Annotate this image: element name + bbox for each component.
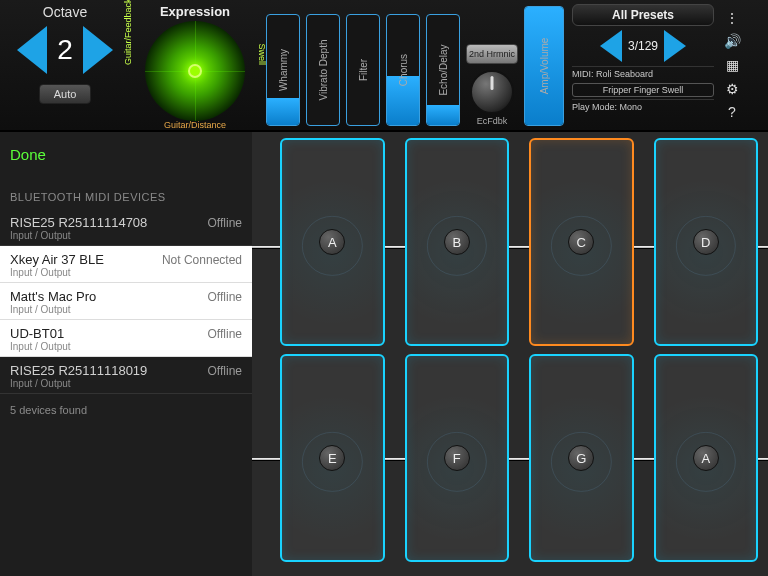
all-presets-button[interactable]: All Presets (572, 4, 714, 26)
play-surface: A B C D E F G A Done BLUETOOTH MIDI DEVI… (0, 132, 768, 576)
bt-device-row[interactable]: Matt's Mac Pro Input / Output Offline (0, 283, 252, 320)
pad-a[interactable]: A (280, 138, 385, 346)
slider-label: Whammy (278, 49, 289, 91)
pad-f[interactable]: F (405, 354, 510, 562)
note-label: A (693, 445, 719, 471)
bt-panel-header: BLUETOOTH MIDI DEVICES (0, 191, 252, 209)
bt-device-io: Input / Output (10, 378, 242, 389)
note-label: C (568, 229, 594, 255)
pad-d[interactable]: D (654, 138, 759, 346)
bt-device-status: Offline (208, 290, 242, 304)
sound-icon[interactable]: 🔊 (723, 32, 741, 50)
second-harmonic-button[interactable]: 2nd Hrmnic (466, 44, 518, 64)
slider-amp-volume[interactable]: Amp/Volume (524, 6, 564, 126)
bt-device-io: Input / Output (10, 341, 242, 352)
knob-label: EcFdbk (466, 116, 518, 126)
note-label: B (444, 229, 470, 255)
note-label: F (444, 445, 470, 471)
bt-device-status: Offline (208, 364, 242, 378)
knob-section: 2nd Hrmnic EcFdbk (466, 40, 518, 126)
slider-vibrato-depth[interactable]: Vibrato Depth (306, 14, 340, 126)
bt-device-io: Input / Output (10, 304, 242, 315)
slider-label: Vibrato Depth (318, 40, 329, 101)
octave-section: Octave 2 Auto (0, 0, 130, 130)
bt-device-row[interactable]: UD-BT01 Input / Output Offline (0, 320, 252, 357)
sliders-icon[interactable]: ⚙ (723, 80, 741, 98)
auto-button[interactable]: Auto (39, 84, 92, 104)
octave-up-arrow[interactable] (83, 26, 113, 74)
note-label: E (319, 445, 345, 471)
pad-g[interactable]: G (529, 354, 634, 562)
top-bar: Octave 2 Auto Expression Guitar/Feedback… (0, 0, 768, 132)
octave-title: Octave (6, 4, 124, 20)
bt-device-status: Not Connected (162, 253, 242, 267)
midi-device-label: MIDI: Roli Seaboard (572, 66, 714, 81)
expression-section: Expression Guitar/Feedback Swell Guitar/… (130, 0, 260, 130)
slider-whammy[interactable]: Whammy (266, 14, 300, 126)
device-icon[interactable]: ▦ (723, 56, 741, 74)
help-icon[interactable]: ? (723, 103, 741, 121)
pad-c[interactable]: C (529, 138, 634, 346)
bt-device-row[interactable]: RISE25 R25111114708 Input / Output Offli… (0, 209, 252, 246)
expression-axis-bottom: Guitar/Distance (130, 120, 260, 130)
slider-echo-delay[interactable]: Echo/Delay (426, 14, 460, 126)
slider-label: Chorus (398, 54, 409, 86)
echo-feedback-knob[interactable] (470, 70, 514, 114)
bt-panel-footer: 5 devices found (0, 394, 252, 426)
slider-label: Echo/Delay (438, 44, 449, 95)
octave-down-arrow[interactable] (17, 26, 47, 74)
bluetooth-midi-panel: Done BLUETOOTH MIDI DEVICES RISE25 R2511… (0, 132, 252, 576)
icon-strip: ⋮ 🔊 ▦ ⚙ ? (720, 0, 744, 130)
bt-device-io: Input / Output (10, 267, 242, 278)
slider-label: Filter (358, 59, 369, 81)
play-mode-label: Play Mode: Mono (572, 99, 714, 114)
pad-a2[interactable]: A (654, 354, 759, 562)
bt-device-status: Offline (208, 327, 242, 341)
note-label: A (319, 229, 345, 255)
patch-name[interactable]: Fripper Finger Swell (572, 83, 714, 97)
slider-chorus[interactable]: Chorus (386, 14, 420, 126)
preset-prev-arrow[interactable] (600, 30, 622, 62)
preset-section: All Presets 3/129 MIDI: Roli Seaboard Fr… (570, 0, 720, 130)
bt-device-io: Input / Output (10, 230, 242, 241)
expression-title: Expression (134, 4, 256, 19)
pad-b[interactable]: B (405, 138, 510, 346)
preset-next-arrow[interactable] (664, 30, 686, 62)
expression-xy-pad[interactable] (145, 21, 245, 121)
expression-axis-left: Guitar/Feedback (123, 0, 133, 65)
octave-value: 2 (57, 34, 73, 66)
bt-device-row[interactable]: Xkey Air 37 BLE Input / Output Not Conne… (0, 246, 252, 283)
menu-icon[interactable]: ⋮ (723, 9, 741, 27)
pad-e[interactable]: E (280, 354, 385, 562)
bt-device-row[interactable]: RISE25 R25111118019 Input / Output Offli… (0, 357, 252, 394)
expression-cursor[interactable] (188, 64, 202, 78)
note-label: D (693, 229, 719, 255)
slider-filter[interactable]: Filter (346, 14, 380, 126)
slider-bank: Whammy Vibrato Depth Filter Chorus Echo/… (260, 0, 570, 130)
done-button[interactable]: Done (0, 132, 252, 191)
bt-device-status: Offline (208, 216, 242, 230)
preset-index: 3/129 (628, 39, 658, 53)
slider-label: Amp/Volume (539, 38, 550, 95)
note-label: G (568, 445, 594, 471)
